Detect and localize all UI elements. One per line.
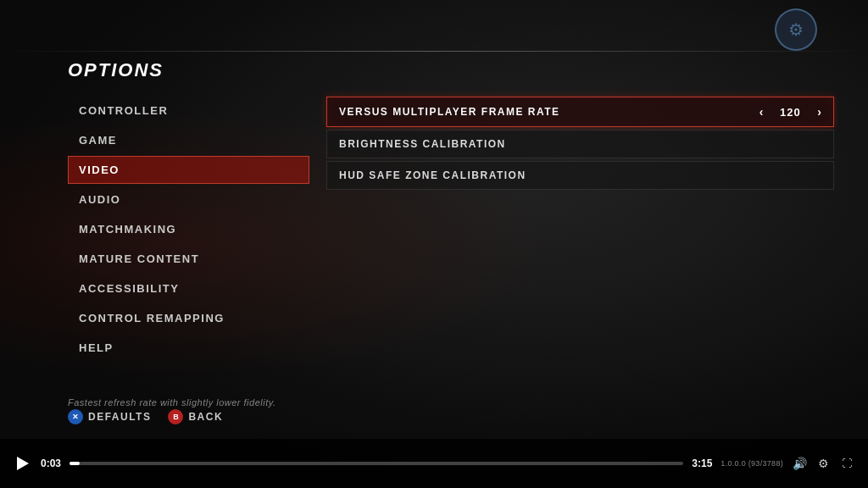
arrow-right-icon[interactable]: › (817, 105, 821, 119)
main-content: OPTIONS CONTROLLER GAME VIDEO AUDIO MATC… (68, 59, 834, 420)
x-button-icon: ✕ (68, 409, 83, 424)
setting-label-hud-safe-zone: HUD SAFE ZONE CALIBRATION (339, 169, 821, 181)
sidebar-item-audio[interactable]: AUDIO (68, 186, 309, 214)
hint-text: Fastest refresh rate with slightly lower… (68, 397, 275, 408)
defaults-button[interactable]: ✕ DEFAULTS (68, 409, 151, 424)
back-button[interactable]: B BACK (168, 409, 223, 424)
setting-row-brightness[interactable]: BRIGHTNESS CALIBRATION (326, 130, 834, 158)
progress-bar-fill (70, 462, 80, 465)
bottom-buttons: ✕ DEFAULTS B BACK (68, 409, 223, 424)
setting-value-versus-frame-rate: 120 (773, 106, 807, 119)
page-title: OPTIONS (68, 59, 834, 81)
sidebar-item-matchmaking[interactable]: MATCHMAKING (68, 215, 309, 243)
content-area: CONTROLLER GAME VIDEO AUDIO MATCHMAKING … (68, 97, 834, 420)
b-button-icon: B (168, 409, 183, 424)
sidebar-item-control-remapping[interactable]: CONTROL REMAPPING (68, 304, 309, 332)
time-total: 3:15 (692, 458, 712, 469)
back-label: BACK (188, 411, 223, 423)
video-bar: 0:03 3:15 1.0.0.0 (93/3788) 🔊 ⚙ ⛶ (0, 439, 868, 488)
arrow-left-icon[interactable]: ‹ (760, 105, 764, 119)
sidebar-item-video[interactable]: VIDEO (68, 156, 309, 184)
sidebar-item-help[interactable]: HELP (68, 334, 309, 362)
play-icon (17, 457, 29, 470)
top-right-decoration: ⚙ (775, 8, 817, 51)
setting-label-brightness: BRIGHTNESS CALIBRATION (339, 138, 821, 150)
time-current: 0:03 (41, 458, 61, 469)
setting-value-area: ‹ 120 › (760, 105, 821, 119)
setting-row-versus-frame-rate[interactable]: VERSUS MULTIPLAYER FRAME RATE ‹ 120 › (326, 97, 834, 127)
sidebar-item-accessibility[interactable]: ACCESSIBILITY (68, 274, 309, 302)
settings-icon[interactable]: ⚙ (815, 456, 831, 471)
right-panel: VERSUS MULTIPLAYER FRAME RATE ‹ 120 › BR… (326, 97, 834, 420)
setting-row-hud-safe-zone[interactable]: HUD SAFE ZONE CALIBRATION (326, 161, 834, 190)
top-decorative-line (0, 51, 868, 52)
version-text: 1.0.0.0 (93/3788) (721, 459, 783, 468)
defaults-label: DEFAULTS (88, 411, 151, 423)
sidebar-item-mature-content[interactable]: MATURE CONTENT (68, 245, 309, 273)
sidebar-item-controller[interactable]: CONTROLLER (68, 97, 309, 125)
setting-label-versus-frame-rate: VERSUS MULTIPLAYER FRAME RATE (339, 106, 760, 118)
left-menu: CONTROLLER GAME VIDEO AUDIO MATCHMAKING … (68, 97, 309, 420)
sidebar-item-game[interactable]: GAME (68, 126, 309, 154)
volume-icon[interactable]: 🔊 (792, 456, 807, 471)
play-button[interactable] (14, 454, 32, 473)
fullscreen-icon[interactable]: ⛶ (839, 456, 854, 471)
progress-bar[interactable] (70, 462, 683, 465)
